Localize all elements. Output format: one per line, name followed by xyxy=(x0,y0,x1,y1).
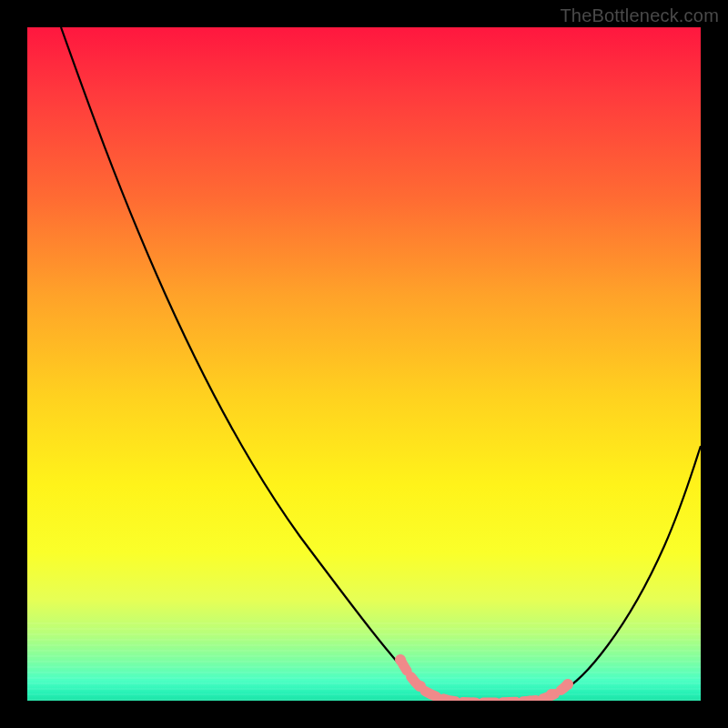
highlight-dot xyxy=(440,694,450,702)
highlight-dot xyxy=(415,681,426,692)
highlight-dot xyxy=(395,654,406,665)
highlight-dot xyxy=(546,689,557,700)
watermark-text: TheBottleneck.com xyxy=(560,5,719,26)
bottleneck-curve-svg xyxy=(27,27,701,701)
gradient-band-stripes xyxy=(27,621,701,701)
bottleneck-curve-path xyxy=(61,27,701,701)
highlight-dot xyxy=(562,679,573,690)
highlight-dot xyxy=(498,698,508,702)
highlight-dot xyxy=(525,696,535,702)
minimum-highlight-path xyxy=(400,660,568,701)
highlight-dot xyxy=(469,698,479,702)
chart-frame: TheBottleneck.com xyxy=(0,0,728,728)
plot-area xyxy=(27,27,701,701)
